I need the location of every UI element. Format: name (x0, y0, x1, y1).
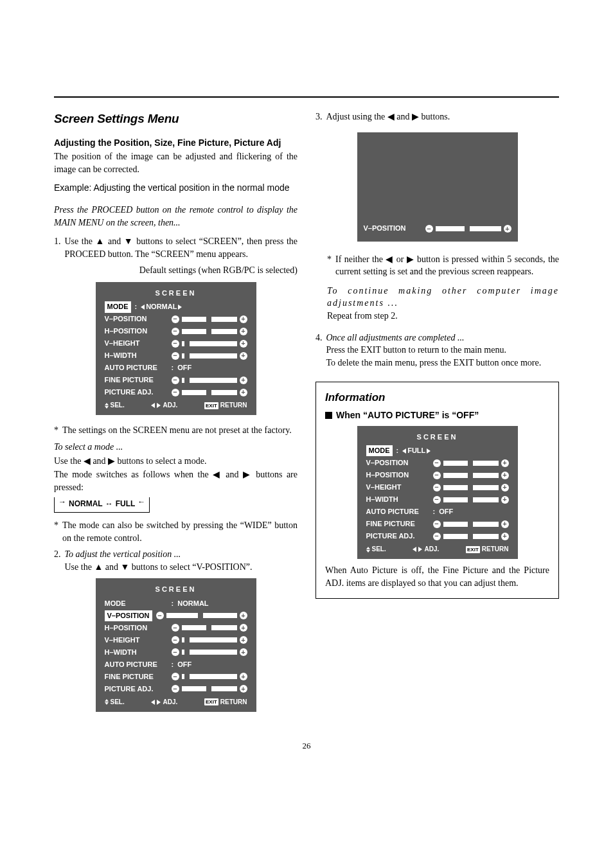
plus-icon: + (240, 685, 247, 693)
osd-vheight: V–HEIGHT (105, 635, 168, 645)
minus-icon: − (433, 520, 441, 528)
osd-vheight: V–HEIGHT (366, 483, 429, 492)
osd-vpos: V–POSITION (366, 458, 429, 468)
triangle-right-icon (157, 700, 161, 705)
minus-icon: − (172, 376, 179, 384)
note-5sec: If neither the ◀ or ▶ button is pressed … (335, 253, 559, 278)
step-3-text: Adjust using the ◀ and ▶ buttons. (326, 111, 560, 123)
section-title: Screen Settings Menu (54, 111, 298, 128)
osd-title: SCREEN (366, 432, 509, 442)
osd-padj: PICTURE ADJ. (366, 531, 429, 541)
osd-off: OFF (177, 660, 191, 669)
minus-icon: − (172, 648, 179, 656)
default-settings-note: Default settings (when RGB/PC is selecte… (54, 264, 298, 277)
osd-hpos: H–POSITION (105, 326, 168, 336)
subheading: Adjusting the Position, Size, Fine Pictu… (54, 137, 298, 150)
minus-icon: − (433, 459, 441, 467)
plus-icon: + (240, 376, 247, 384)
plus-icon: + (501, 533, 509, 540)
triangle-left-icon (151, 700, 155, 705)
osd-sel: SEL. (372, 545, 386, 554)
asterisk: * (54, 519, 58, 544)
step-2-number: 2. (54, 548, 61, 573)
osd-title: SCREEN (105, 288, 247, 298)
plus-icon: + (501, 496, 509, 504)
step-3-number: 3. (315, 111, 323, 123)
note-wide: The mode can also be switched by pressin… (62, 519, 298, 544)
osd-off: OFF (177, 363, 191, 373)
osd-vpos: V–POSITION (105, 314, 168, 324)
step-4c: To delete the main menu, press the EXIT … (326, 357, 560, 369)
minus-icon: − (172, 328, 179, 335)
osd-off: OFF (439, 507, 453, 517)
triangle-right-icon (427, 448, 431, 454)
osd-padj: PICTURE ADJ. (105, 387, 168, 397)
mode-full: FULL (116, 499, 136, 509)
plus-icon: + (240, 352, 247, 360)
osd-auto: AUTO PICTURE (366, 507, 429, 517)
plus-icon: + (501, 520, 509, 528)
triangle-left-icon (402, 448, 406, 454)
minus-icon: − (172, 636, 179, 644)
osd-return: RETURN (220, 698, 247, 707)
step-4b: Press the EXIT button to return to the m… (326, 344, 560, 357)
triangle-left-icon (151, 403, 155, 408)
osd-adjust-box: V–POSITION −+ (357, 132, 518, 242)
osd-vpos: V–POSITION (105, 610, 152, 621)
minus-icon: − (433, 472, 441, 479)
select-mode-1: Use the ◀ and ▶ buttons to select a mode… (54, 455, 298, 468)
triangle-down-icon (105, 406, 109, 409)
osd-screen-menu-2: SCREEN MODE : NORMAL V–POSITION−+ H–POSI… (96, 578, 256, 711)
osd-adj: ADJ. (163, 401, 177, 410)
osd-hpos: H–POSITION (105, 623, 168, 633)
minus-icon: − (172, 685, 179, 693)
minus-icon: − (172, 340, 179, 348)
osd-hwidth: H–WIDTH (105, 351, 168, 360)
exit-badge: EXIT (204, 698, 218, 705)
plus-icon: + (501, 484, 509, 492)
step-2a: To adjust the vertical position ... (65, 548, 298, 561)
osd-sel: SEL. (111, 401, 125, 410)
osd-mode-value: FULL (407, 446, 425, 456)
horizontal-rule (54, 96, 559, 98)
osd-vpos: V–POSITION (364, 224, 422, 233)
step-1-text: Use the ▲ and ▼ buttons to select “SCREE… (65, 235, 298, 260)
osd-adj: ADJ. (163, 698, 177, 707)
osd-vheight: V–HEIGHT (105, 339, 168, 348)
osd-title: SCREEN (105, 585, 247, 594)
select-mode-2: The mode switches as follows when the ◀ … (54, 468, 298, 493)
mode-normal: NORMAL (69, 499, 103, 509)
plus-icon: + (240, 624, 247, 632)
triangle-left-icon (141, 305, 145, 310)
plus-icon: + (240, 673, 247, 680)
info-subhead: When “AUTO PICTURE” is “OFF” (336, 409, 479, 422)
minus-icon: − (172, 673, 179, 680)
asterisk: * (327, 253, 332, 278)
plus-icon: + (240, 612, 247, 619)
osd-auto: AUTO PICTURE (105, 660, 168, 669)
osd-auto: AUTO PICTURE (105, 363, 168, 373)
triangle-down-icon (105, 702, 109, 705)
triangle-left-icon (413, 547, 416, 552)
osd-fine: FINE PICTURE (105, 672, 168, 682)
step-4-number: 4. (315, 332, 323, 369)
press-proceed: Press the PROCEED button on the remote c… (54, 204, 298, 229)
exit-badge: EXIT (466, 546, 480, 553)
osd-adj: ADJ. (424, 545, 439, 554)
plus-icon: + (240, 389, 247, 396)
to-select-mode: To select a mode ... (54, 441, 298, 454)
plus-icon: + (240, 340, 247, 348)
osd-fine: FINE PICTURE (105, 375, 168, 385)
triangle-up-icon (105, 403, 109, 405)
osd-fine: FINE PICTURE (366, 519, 429, 529)
triangle-down-icon (366, 550, 370, 553)
osd-mode-label: MODE (105, 301, 131, 312)
triangle-right-icon (178, 305, 182, 310)
step-1-number: 1. (54, 235, 61, 260)
info-title: Information (325, 390, 549, 405)
step-4a: Once all adjustments are completed ... (326, 332, 560, 344)
osd-hwidth: H–WIDTH (105, 648, 168, 657)
osd-padj: PICTURE ADJ. (105, 684, 168, 694)
osd-mode-label: MODE (105, 599, 168, 608)
minus-icon: − (172, 389, 179, 396)
